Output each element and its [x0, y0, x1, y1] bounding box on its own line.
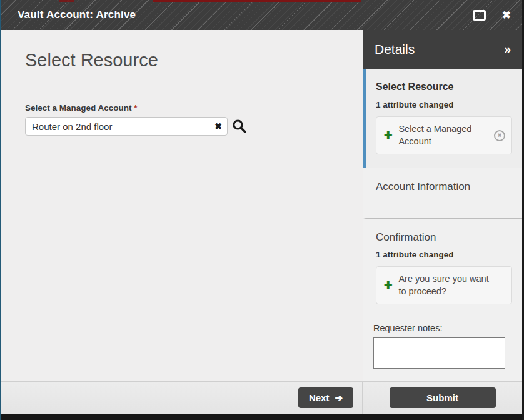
requester-notes-section: Requester notes:	[363, 314, 522, 381]
attribute-text: Are you sure you want to proceed?	[398, 273, 492, 298]
section-select-resource[interactable]: Select Resource 1 attribute changed ✚ Se…	[363, 69, 522, 168]
next-button-label: Next	[309, 392, 330, 403]
close-icon[interactable]: ✖	[502, 10, 511, 21]
managed-account-input[interactable]	[25, 117, 228, 136]
section-confirmation-status: 1 attribute changed	[376, 250, 512, 259]
search-icon[interactable]	[232, 119, 247, 134]
next-button[interactable]: Next ➔	[298, 388, 353, 408]
footer: Next ➔ Submit	[1, 381, 522, 414]
remove-x-glyph: ✖	[498, 133, 502, 138]
attribute-card-confirmation[interactable]: ✚ Are you sure you want to proceed?	[376, 266, 512, 304]
managed-account-label: Select a Managed Account *	[25, 103, 363, 112]
collapse-panel-icon[interactable]: »	[504, 42, 511, 56]
restore-window-icon[interactable]	[473, 10, 486, 21]
section-confirmation-title: Confirmation	[376, 231, 512, 244]
titlebar-red-accent	[1, 0, 522, 2]
restore-rect-glyph	[473, 10, 486, 21]
next-arrow-icon: ➔	[335, 393, 343, 402]
section-account-information[interactable]: Account Information	[363, 168, 522, 218]
attribute-card-managed-account[interactable]: ✚ Select a Managed Account ✖	[376, 116, 512, 154]
requester-notes-label: Requester notes:	[373, 323, 512, 333]
requester-notes-input[interactable]	[373, 338, 505, 369]
titlebar: Vault Account: Archive ✖	[1, 0, 522, 30]
attribute-text: Select a Managed Account	[398, 123, 488, 148]
submit-button[interactable]: Submit	[390, 388, 496, 408]
managed-account-input-wrap: ✖	[25, 117, 228, 136]
magnifier-glyph	[232, 119, 247, 134]
required-marker: *	[134, 103, 137, 112]
managed-account-label-text: Select a Managed Account	[25, 103, 132, 112]
footer-panel: Submit	[363, 382, 522, 414]
plus-icon: ✚	[384, 131, 392, 141]
managed-account-field: Select a Managed Account * ✖	[25, 103, 363, 136]
remove-attribute-icon[interactable]: ✖	[494, 130, 505, 141]
footer-main: Next ➔	[1, 382, 363, 414]
details-panel-header[interactable]: Details »	[363, 30, 522, 69]
section-select-resource-title: Select Resource	[376, 81, 512, 92]
main-content: Select Resource Select a Managed Account…	[1, 30, 363, 381]
managed-account-input-row: ✖	[25, 117, 363, 136]
page-title: Select Resource	[25, 50, 363, 71]
details-panel: Details » Select Resource 1 attribute ch…	[363, 30, 522, 381]
details-title: Details	[375, 42, 415, 57]
window-controls: ✖	[473, 10, 511, 21]
section-confirmation[interactable]: Confirmation 1 attribute changed ✚ Are y…	[363, 218, 522, 314]
clear-input-icon[interactable]: ✖	[214, 122, 222, 131]
window-title: Vault Account: Archive	[18, 9, 136, 21]
section-account-information-title: Account Information	[376, 181, 512, 193]
section-select-resource-status: 1 attribute changed	[376, 100, 512, 109]
dialog-body: Select Resource Select a Managed Account…	[1, 30, 522, 381]
plus-icon: ✚	[384, 281, 392, 291]
close-x-glyph: ✖	[502, 10, 511, 21]
window-bottom-border	[1, 414, 522, 420]
dialog-window: Vault Account: Archive ✖ Select Resource…	[0, 0, 524, 420]
